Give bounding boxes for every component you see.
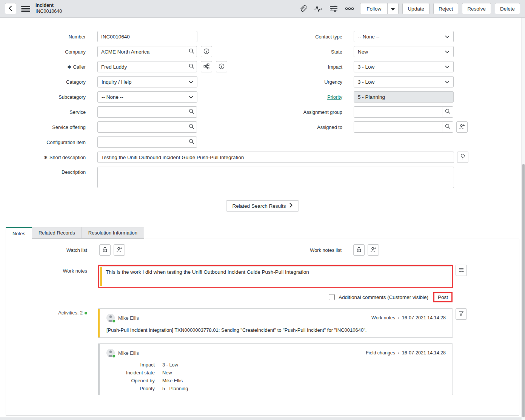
chevron-down-icon (189, 79, 193, 85)
search-icon (445, 124, 451, 130)
related-search-results-button[interactable]: Related Search Results (226, 200, 299, 212)
activity-filter-button[interactable] (456, 308, 467, 320)
priority-readonly-field: 5 - Planning (354, 91, 454, 103)
service-input[interactable] (97, 106, 186, 118)
state-label: State (256, 49, 354, 55)
field-change-value: New (162, 370, 446, 376)
company-input[interactable] (97, 46, 186, 57)
activity-timestamp: 16-07-2021 14:14:28 (402, 350, 446, 356)
delete-button[interactable]: Delete (495, 3, 520, 14)
additional-comments-checkbox[interactable] (329, 294, 335, 300)
search-icon (189, 139, 194, 146)
vertical-scrollbar[interactable] (521, 18, 525, 420)
service-offering-input[interactable] (97, 121, 186, 133)
lock-icon (356, 247, 362, 254)
configuration-item-label: Configuration item (0, 139, 97, 145)
field-change-label: Incident state (106, 370, 155, 376)
caller-input[interactable] (97, 61, 186, 72)
caret-down-icon (391, 6, 395, 12)
subcategory-select[interactable]: -- None -- (97, 91, 197, 103)
field-change-label: Opened by (106, 378, 155, 383)
post-button[interactable]: Post (434, 293, 451, 301)
assignment-group-input[interactable] (354, 106, 442, 118)
urgency-label: Urgency (256, 79, 354, 85)
back-button[interactable] (5, 3, 16, 14)
tab-notes[interactable]: Notes (6, 227, 32, 239)
scrollbar-thumb[interactable] (522, 164, 525, 417)
description-textarea[interactable] (97, 167, 454, 188)
short-description-input[interactable] (97, 152, 454, 163)
work-notes-textarea[interactable]: This is the work I did when testing the … (102, 267, 451, 286)
service-search-button[interactable] (186, 106, 197, 118)
impact-select[interactable]: 3 - Low (354, 61, 454, 72)
activity-author[interactable]: Mike Ellis (118, 315, 139, 321)
related-search-divider: Related Search Results (6, 200, 519, 212)
required-marker: ✱ (44, 155, 48, 160)
tab-related-records[interactable]: Related Records (32, 227, 82, 239)
configuration-item-search-button[interactable] (186, 136, 197, 148)
assignment-group-search-button[interactable] (442, 106, 453, 118)
activity-author[interactable]: Mike Ellis (118, 350, 139, 356)
record-type-label: Incident (35, 3, 62, 9)
work-notes-list-unlock-button[interactable] (353, 244, 365, 256)
assign-to-me-button[interactable] (456, 121, 468, 133)
activity-body: [Push-Pull Incident Integration] TXN0000… (106, 327, 446, 333)
reject-button[interactable]: Reject (433, 3, 458, 14)
caller-show-related-button[interactable] (201, 61, 212, 72)
field-change-value: Mike Ellis (162, 378, 446, 383)
post-annotation-box: Post (433, 292, 453, 302)
notes-tab-panel: Watch list Work notes list Work notes Th… (6, 239, 519, 416)
chevron-down-icon (445, 64, 450, 70)
watch-list-add-me-button[interactable] (114, 244, 125, 256)
impact-label: Impact (256, 64, 354, 70)
add-user-icon (370, 247, 376, 254)
context-menu-icon[interactable] (21, 5, 30, 13)
field-change-value: 5 - Planning (162, 386, 446, 391)
activity-stream-icon[interactable] (314, 5, 322, 12)
company-preview-button[interactable] (201, 46, 212, 57)
attachment-icon[interactable] (299, 5, 306, 13)
avatar (106, 314, 115, 322)
lock-icon (102, 247, 108, 254)
follow-dropdown-button[interactable] (387, 3, 399, 14)
resolve-button[interactable]: Resolve (462, 3, 491, 14)
subcategory-label: Subcategory (0, 94, 97, 100)
number-input[interactable] (97, 31, 197, 42)
record-number-label: INC0010640 (35, 9, 62, 15)
hierarchy-icon (203, 63, 209, 71)
service-offering-search-button[interactable] (186, 121, 197, 133)
urgency-select[interactable]: 3 - Low (354, 76, 454, 87)
search-icon (445, 109, 451, 115)
required-marker: ✱ (68, 64, 71, 70)
priority-link[interactable]: Priority (256, 94, 354, 100)
update-button[interactable]: Update (402, 3, 430, 14)
search-icon (189, 124, 194, 130)
category-select[interactable]: Inquiry / Help (97, 76, 197, 87)
add-user-icon (459, 124, 465, 131)
work-notes-list-add-me-button[interactable] (368, 244, 379, 256)
window-bottom-edge (0, 417, 525, 420)
more-options-icon[interactable] (345, 7, 354, 11)
suggestion-button[interactable] (457, 152, 468, 163)
caller-preview-button[interactable] (216, 61, 227, 72)
configuration-item-input[interactable] (97, 136, 186, 148)
tab-resolution-information[interactable]: Resolution Information (82, 227, 144, 239)
lightbulb-icon (460, 153, 465, 161)
header-bar: Incident INC0010640 Follow Update Reject… (0, 0, 525, 18)
state-select[interactable]: New (354, 46, 454, 57)
category-label: Category (0, 79, 97, 85)
meta-separator: • (398, 316, 399, 320)
watch-list-unlock-button[interactable] (99, 244, 111, 256)
contact-type-select[interactable]: -- None -- (354, 31, 454, 42)
assigned-to-search-button[interactable] (442, 121, 453, 133)
additional-comments-label: Additional comments (Customer visible) (339, 294, 428, 300)
presence-dot (112, 319, 115, 323)
number-label: Number (0, 34, 97, 40)
caller-search-button[interactable] (186, 61, 197, 72)
toggle-activity-stream-button[interactable] (456, 265, 467, 276)
follow-button[interactable]: Follow (360, 3, 388, 14)
personalize-form-icon[interactable] (329, 5, 338, 12)
presence-dot (112, 354, 115, 358)
company-search-button[interactable] (186, 46, 197, 57)
assigned-to-input[interactable] (354, 121, 442, 133)
